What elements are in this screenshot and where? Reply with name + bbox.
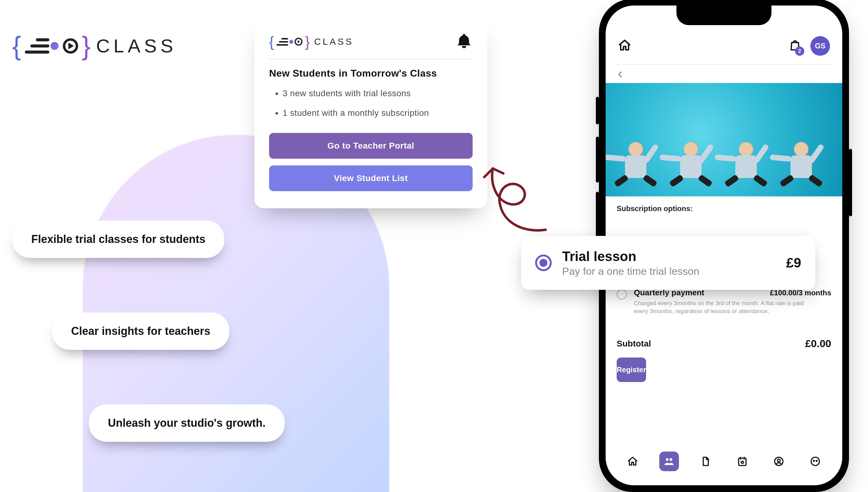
card-bullet: 3 new students with trial lessons (283, 87, 473, 100)
svg-point-3 (741, 461, 744, 464)
logo-brace-left-icon: { (12, 31, 21, 61)
option-price: £100.00/3 months (770, 289, 831, 297)
teacher-portal-button[interactable]: Go to Teacher Portal (269, 133, 473, 159)
curly-arrow-icon (475, 153, 552, 233)
feature-pill-growth: Unleash your studio's growth. (89, 404, 285, 442)
svg-point-1 (669, 458, 672, 461)
phone-notch (676, 5, 771, 25)
logo-brace-left-icon: { (269, 33, 274, 50)
brand-name: CLASS (96, 35, 176, 57)
avatar[interactable]: GS (811, 36, 830, 56)
card-brand-name: CLASS (314, 36, 354, 47)
brand-logo: { } CLASS (12, 31, 177, 61)
option-desc: Charged every 3months on the 3rd of the … (634, 299, 819, 315)
svg-point-8 (816, 461, 817, 461)
class-hero-image (606, 83, 842, 196)
subtotal-label: Subtotal (617, 339, 651, 349)
card-bullet: 1 student with a monthly subscription (283, 106, 473, 120)
back-button[interactable] (606, 65, 842, 83)
logo-brace-right-icon: } (305, 33, 310, 50)
tab-calendar-icon[interactable] (732, 451, 752, 471)
radio-unselected-icon[interactable] (617, 289, 627, 300)
subscription-heading: Subscription options: (606, 196, 842, 213)
home-icon[interactable] (618, 39, 631, 53)
radio-selected-icon[interactable] (535, 254, 552, 271)
trial-lesson-callout[interactable]: Trial lesson Pay for a one time trial le… (521, 236, 815, 290)
callout-title: Trial lesson (562, 249, 776, 264)
bottom-tab-bar (606, 442, 842, 485)
svg-point-7 (814, 461, 814, 461)
teacher-notification-card: { } CLASS New Students in Tomorrow's Cla… (255, 19, 487, 208)
tab-file-icon[interactable] (696, 451, 715, 471)
student-list-button[interactable]: View Student List (269, 166, 473, 191)
feature-pill-insights: Clear insights for teachers (52, 313, 229, 350)
logo-brace-right-icon: } (82, 31, 91, 61)
tab-account-icon[interactable] (769, 451, 789, 471)
svg-point-6 (811, 457, 820, 465)
bag-badge: 2 (795, 47, 804, 56)
svg-point-5 (777, 459, 780, 462)
svg-point-0 (666, 458, 669, 461)
card-title: New Students in Tomorrow's Class (269, 68, 473, 79)
callout-subtitle: Pay for a one time trial lesson (562, 265, 776, 277)
shopping-bag-icon[interactable]: 2 (788, 39, 802, 53)
logo-glyph-icon (25, 38, 78, 54)
svg-rect-2 (739, 458, 746, 465)
register-button[interactable]: Register (617, 358, 646, 382)
tab-people-icon[interactable] (659, 451, 679, 471)
subtotal-value: £0.00 (805, 338, 831, 349)
tab-home-icon[interactable] (623, 451, 643, 471)
card-brand-logo: { } CLASS (269, 33, 354, 50)
bell-icon[interactable] (455, 32, 473, 51)
feature-pill-trial-classes: Flexible trial classes for students (12, 221, 224, 258)
callout-price: £9 (786, 255, 801, 271)
tab-face-icon[interactable] (805, 451, 825, 471)
